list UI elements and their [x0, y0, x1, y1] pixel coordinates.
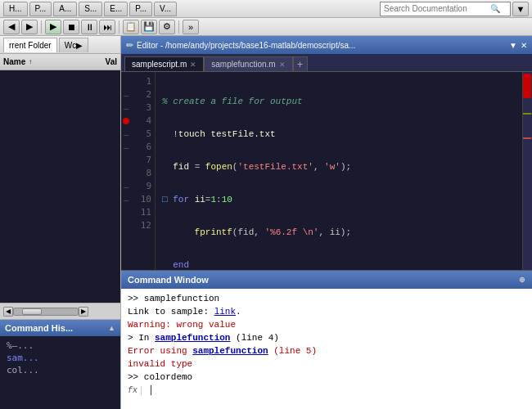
history-item[interactable]: sam...	[7, 352, 114, 364]
tab-s[interactable]: S...	[79, 2, 102, 16]
line-num-1: 1	[131, 75, 151, 88]
step-button[interactable]: ⏭	[99, 20, 115, 34]
cmd-window-expand-icon[interactable]: ⊕	[519, 276, 525, 284]
editor-icon: ✏	[126, 40, 133, 51]
line-num-6: 6	[131, 141, 151, 154]
cmd-line-2: Link to sample: link.	[128, 305, 525, 318]
breakpoint-markers: – – – – – –	[121, 72, 131, 270]
mode-str: 'w'	[324, 162, 340, 172]
toolbar-sep3	[178, 20, 179, 34]
code-content[interactable]: % create a file for output !touch testFi…	[156, 72, 522, 270]
tab-e[interactable]: E...	[104, 2, 128, 16]
scroll-track	[13, 308, 79, 316]
left-panel: rrent Folder Wc▶ Name ↑ Val ◀ ▶ Command …	[0, 36, 121, 409]
scroll-left-button[interactable]: ◀	[3, 307, 13, 317]
nav-back-button[interactable]: ◀	[3, 20, 20, 34]
fopen-fn: fopen	[205, 162, 232, 172]
marker-4	[121, 115, 131, 128]
current-folder-header: rrent Folder Wc▶	[0, 36, 120, 54]
assign-op: =	[195, 162, 201, 172]
search-input[interactable]	[384, 4, 490, 13]
filter-icon: ▼	[516, 4, 525, 14]
comment-text: % create a file for output	[162, 97, 303, 106]
sort-arrow-icon[interactable]: ↑	[29, 58, 32, 65]
in-prefix: > In	[128, 333, 155, 343]
scroll-mark-1	[523, 113, 531, 115]
line-num-5: 5	[131, 128, 151, 141]
link-prefix: Link to sample:	[128, 307, 214, 317]
line-num-3: 3	[131, 101, 151, 115]
line-num-11: 11	[131, 206, 151, 219]
tab-p2[interactable]: P...	[129, 2, 152, 16]
history-item[interactable]: col...	[7, 364, 114, 376]
tab-samplefunction-label: samplefunction.m	[211, 60, 275, 69]
prompt-2: >> colordemo	[128, 372, 192, 382]
scrollbar-thumb[interactable]	[523, 74, 531, 98]
tab-a[interactable]: A...	[53, 2, 77, 16]
cmd-line-6: invalid type	[128, 357, 525, 371]
dash-icon: –	[124, 143, 128, 152]
main-toolbar: H... P... A... S... E... P... V... 🔍 ▼	[0, 0, 532, 18]
line-num-10: 10	[131, 193, 151, 206]
copy-button[interactable]: 📋	[123, 20, 139, 34]
settings-button[interactable]: ⚙	[159, 20, 175, 34]
fx-label: fx	[128, 386, 142, 395]
line-num-9: 9	[131, 180, 151, 193]
fid-var: fid	[173, 162, 189, 172]
scroll-area: ◀ ▶	[0, 303, 120, 319]
history-item[interactable]: %–...	[7, 339, 114, 352]
line-num-8: 8	[131, 167, 151, 180]
fprintf-fn: fprintf	[195, 227, 232, 237]
tab-p[interactable]: P...	[29, 2, 52, 16]
secondary-toolbar: ◀ ▶ ▶ ⏹ ⏸ ⏭ 📋 💾 ⚙ »	[0, 18, 532, 36]
code-line-2: !touch testFile.txt	[162, 128, 516, 141]
more-button[interactable]: »	[183, 20, 199, 34]
cmd-cursor-prompt: │	[148, 385, 154, 395]
current-folder-tab[interactable]: rrent Folder	[3, 38, 57, 52]
tab-samplefunction[interactable]: samplefunction.m ✕	[204, 56, 292, 71]
cmd-line-4: > In samplefunction (line 4)	[128, 331, 525, 344]
tab-samplescript-close[interactable]: ✕	[190, 61, 196, 69]
command-history-content: %–... sam... col...	[0, 336, 120, 409]
cmd-input-line: fx │	[128, 385, 525, 395]
command-window-content[interactable]: >> samplefunction Link to sample: link. …	[121, 289, 532, 409]
nav-forward-button[interactable]: ▶	[21, 20, 38, 34]
dash-icon: –	[124, 196, 128, 204]
samplefunction-link-1[interactable]: samplefunction	[155, 333, 230, 343]
workspace-tab[interactable]: Wc▶	[59, 38, 88, 52]
cmd-line-5: Error using samplefunction (line 5)	[128, 344, 525, 357]
marker-11	[121, 206, 131, 219]
scroll-thumb[interactable]	[22, 308, 42, 315]
save-button[interactable]: 💾	[141, 20, 157, 34]
editor-tabs: samplescript.m ✕ samplefunction.m ✕ +	[121, 54, 532, 72]
code-line-3: fid = fopen('testFile.txt', 'w');	[162, 160, 516, 173]
add-tab-button[interactable]: +	[293, 56, 308, 71]
dash-icon: –	[124, 104, 128, 113]
history-expand-icon[interactable]: ▲	[108, 324, 115, 332]
command-window-header: Command Window ⊕	[121, 271, 532, 289]
right-panel: ✏ Editor - /home/andy/projects/base16-ma…	[121, 36, 532, 409]
editor-close-icon[interactable]: ✕	[521, 41, 527, 50]
marker-8	[121, 167, 131, 180]
search-box[interactable]: 🔍	[380, 2, 511, 16]
samplefunction-link-2[interactable]: samplefunction	[192, 346, 268, 356]
tab-samplescript[interactable]: samplescript.m ✕	[124, 56, 204, 71]
tab-v[interactable]: V...	[154, 2, 177, 16]
cmd-line-3: Warning: wrong value	[128, 318, 525, 331]
marker-2: –	[121, 88, 131, 101]
filename-str: 'testFile.txt'	[237, 162, 313, 172]
editor-scrollbar[interactable]	[522, 72, 532, 270]
filter-button[interactable]: ▼	[512, 2, 529, 16]
run-button[interactable]: ▶	[45, 20, 61, 34]
tab-samplefunction-close[interactable]: ✕	[279, 61, 286, 69]
breakpoint-dot[interactable]	[123, 118, 129, 124]
tab-h[interactable]: H...	[3, 2, 28, 16]
scroll-right-button[interactable]: ▶	[79, 307, 88, 317]
code-line-4: □ for ii=1:10	[162, 193, 516, 206]
pause-button[interactable]: ⏸	[81, 20, 97, 34]
sample-link[interactable]: link	[214, 307, 236, 317]
editor-collapse-icon[interactable]: ▼	[509, 41, 517, 50]
editor-header-left: ✏ Editor - /home/andy/projects/base16-ma…	[126, 40, 355, 51]
stop-button[interactable]: ⏹	[63, 20, 79, 34]
marker-12	[121, 219, 131, 232]
